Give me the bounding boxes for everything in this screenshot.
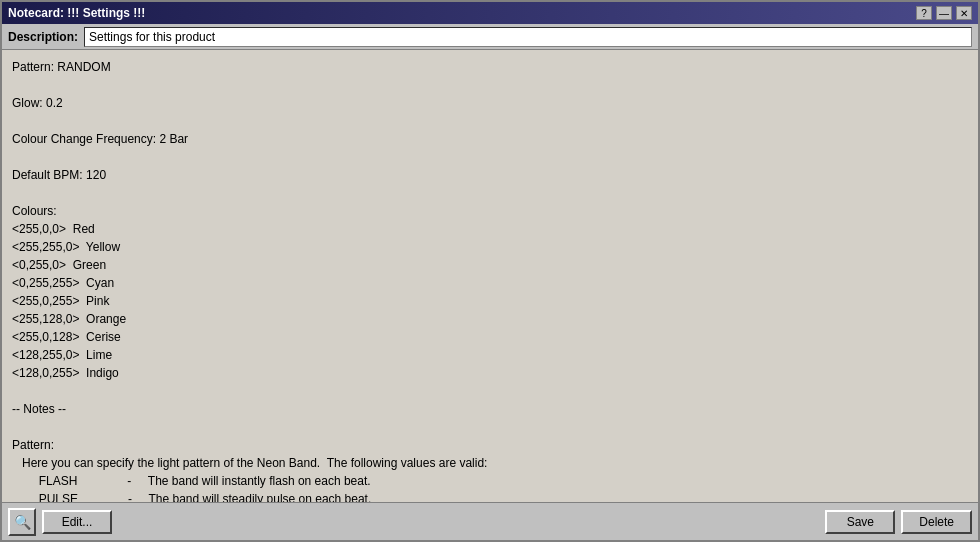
window-title: Notecard: !!! Settings !!! [8, 6, 145, 20]
search-icon: 🔍 [14, 514, 31, 530]
description-label: Description: [8, 30, 78, 44]
edit-button[interactable]: Edit... [42, 510, 112, 534]
title-bar-buttons: ? — ✕ [916, 6, 972, 20]
bottom-right: Save Delete [825, 510, 972, 534]
close-button[interactable]: ✕ [956, 6, 972, 20]
content-text: Pattern: RANDOM Glow: 0.2 Colour Change … [12, 58, 968, 502]
title-bar: Notecard: !!! Settings !!! ? — ✕ [2, 2, 978, 24]
main-window: Notecard: !!! Settings !!! ? — ✕ Descrip… [0, 0, 980, 542]
minimize-button[interactable]: — [936, 6, 952, 20]
delete-button[interactable]: Delete [901, 510, 972, 534]
content-area[interactable]: Pattern: RANDOM Glow: 0.2 Colour Change … [2, 50, 978, 502]
bottom-left: 🔍 Edit... [8, 508, 112, 536]
search-button[interactable]: 🔍 [8, 508, 36, 536]
save-button[interactable]: Save [825, 510, 895, 534]
description-bar: Description: Settings for this product [2, 24, 978, 50]
bottom-bar: 🔍 Edit... Save Delete [2, 502, 978, 540]
help-button[interactable]: ? [916, 6, 932, 20]
description-value: Settings for this product [84, 27, 972, 47]
